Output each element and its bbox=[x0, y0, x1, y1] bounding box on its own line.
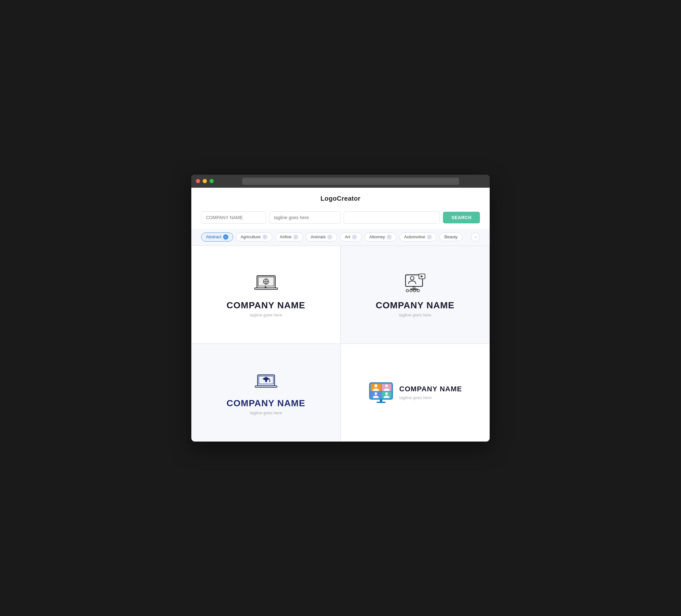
logo-4-inner: COMPANY NAME tagline goes here bbox=[368, 381, 462, 404]
company-name-input[interactable] bbox=[201, 211, 266, 224]
logo-2-icon bbox=[402, 272, 428, 294]
category-airline[interactable]: Airline ✓ bbox=[275, 232, 303, 241]
close-button[interactable] bbox=[196, 179, 200, 183]
app-header: LogoCreator bbox=[191, 188, 490, 208]
category-attorney-label: Attorney bbox=[369, 234, 385, 239]
category-animals-label: Animals bbox=[311, 234, 326, 239]
maximize-button[interactable] bbox=[209, 179, 214, 183]
logo-1-company: COMPANY NAME bbox=[227, 300, 305, 311]
logo-2-company: COMPANY NAME bbox=[376, 300, 455, 311]
category-automotive-check: ✓ bbox=[427, 234, 432, 239]
logo-card-4[interactable]: COMPANY NAME tagline goes here bbox=[341, 344, 489, 441]
category-art[interactable]: Art ✓ bbox=[340, 232, 362, 241]
svg-rect-35 bbox=[380, 400, 382, 402]
titlebar bbox=[191, 175, 490, 188]
logo-1-icon bbox=[253, 272, 279, 294]
category-attorney-check: ✓ bbox=[386, 234, 392, 239]
svg-point-30 bbox=[385, 385, 388, 387]
tagline-input[interactable] bbox=[269, 211, 340, 224]
svg-point-14 bbox=[406, 289, 409, 292]
category-beauty[interactable]: Beauty bbox=[439, 232, 462, 241]
logo-card-2[interactable]: COMPANY NAME tagline goes here bbox=[341, 246, 489, 343]
svg-point-28 bbox=[374, 384, 377, 387]
category-abstract-label: Abstract bbox=[206, 234, 222, 239]
logo-3-company: COMPANY NAME bbox=[227, 398, 305, 409]
category-automotive-label: Automotive bbox=[404, 234, 425, 239]
logo-4-monitor-icon bbox=[368, 381, 394, 404]
minimize-button[interactable] bbox=[203, 179, 207, 183]
category-airline-check: ✓ bbox=[293, 234, 298, 239]
category-automotive[interactable]: Automotive ✓ bbox=[399, 232, 437, 241]
logo-4-text: COMPANY NAME tagline goes here bbox=[399, 385, 462, 400]
app-window: LogoCreator SEARCH Abstract ✓ Agricultur… bbox=[191, 175, 490, 442]
svg-point-34 bbox=[385, 392, 388, 395]
category-art-label: Art bbox=[345, 234, 350, 239]
svg-rect-36 bbox=[377, 402, 385, 403]
category-animals-check: ✓ bbox=[327, 234, 332, 239]
logo-card-3[interactable]: COMPANY NAME tagline goes here bbox=[192, 344, 340, 441]
search-bar: SEARCH bbox=[191, 208, 490, 230]
extra-input[interactable] bbox=[344, 211, 440, 224]
svg-point-25 bbox=[269, 381, 270, 382]
app-title: LogoCreator bbox=[191, 195, 490, 202]
logo-1-tagline: tagline goes here bbox=[250, 312, 282, 317]
categories-next-arrow[interactable]: → bbox=[471, 232, 480, 241]
category-beauty-label: Beauty bbox=[444, 234, 457, 239]
category-art-check: ✓ bbox=[352, 234, 357, 239]
category-animals[interactable]: Animals ✓ bbox=[306, 232, 337, 241]
logo-3-icon bbox=[253, 369, 279, 392]
logo-2-tagline: tagline goes here bbox=[399, 312, 431, 317]
category-agriculture[interactable]: Agriculture ✓ bbox=[236, 232, 272, 241]
category-attorney[interactable]: Attorney ✓ bbox=[364, 232, 397, 241]
logo-4-company: COMPANY NAME bbox=[399, 385, 462, 393]
svg-point-32 bbox=[375, 392, 377, 395]
svg-point-23 bbox=[265, 380, 267, 382]
categories-bar: Abstract ✓ Agriculture ✓ Airline ✓ Anima… bbox=[191, 230, 490, 246]
search-button[interactable]: SEARCH bbox=[443, 212, 480, 223]
logo-card-1[interactable]: COMPANY NAME tagline goes here bbox=[192, 246, 340, 343]
category-abstract[interactable]: Abstract ✓ bbox=[201, 232, 233, 241]
svg-point-17 bbox=[417, 289, 420, 292]
svg-point-11 bbox=[410, 276, 414, 280]
category-agriculture-label: Agriculture bbox=[241, 234, 261, 239]
app-content: LogoCreator SEARCH Abstract ✓ Agricultur… bbox=[191, 188, 490, 442]
url-bar bbox=[242, 178, 459, 185]
category-abstract-check: ✓ bbox=[223, 234, 228, 239]
category-agriculture-check: ✓ bbox=[262, 234, 268, 239]
logo-4-tagline: tagline goes here bbox=[399, 395, 462, 400]
svg-rect-20 bbox=[255, 386, 277, 387]
logo-grid: COMPANY NAME tagline goes here bbox=[191, 246, 490, 442]
logo-3-tagline: tagline goes here bbox=[250, 410, 282, 415]
category-airline-label: Airline bbox=[280, 234, 292, 239]
